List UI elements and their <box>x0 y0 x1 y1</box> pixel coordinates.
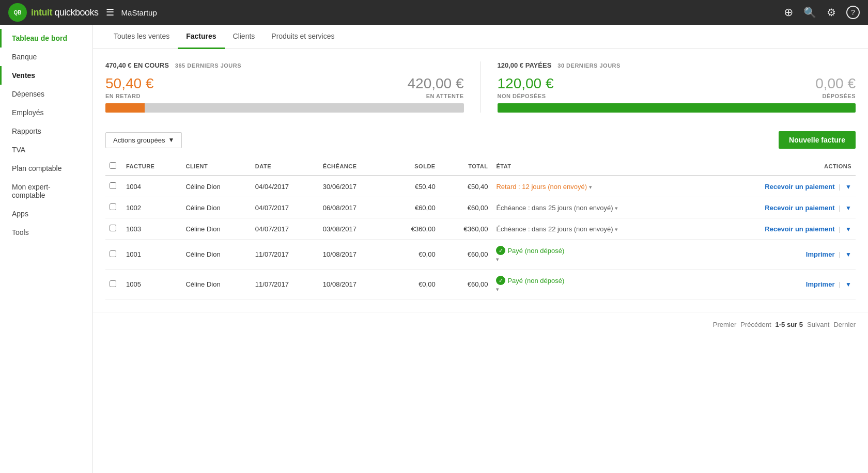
sidebar-item-employes[interactable]: Employés <box>0 103 92 122</box>
row-solde: €0,00 <box>387 240 440 270</box>
check-icon: ✓ <box>496 246 505 255</box>
status-badge-green: ✓ Payé (non déposé) <box>496 276 698 285</box>
summary-payees: 120,00 € PAYÉES 30 DERNIERS JOURS 120,00… <box>498 61 856 113</box>
th-actions: ACTIONS <box>702 157 856 176</box>
payees-total: 120,00 € PAYÉES <box>498 61 552 69</box>
tab-clients[interactable]: Clients <box>225 25 264 49</box>
logo-area: QB intuit quickbooks <box>8 3 99 22</box>
tab-produits-services[interactable]: Produits et services <box>263 25 343 49</box>
add-icon[interactable]: ⊕ <box>784 6 793 19</box>
row-facture-id[interactable]: 1004 <box>122 176 181 197</box>
row-facture-id[interactable]: 1001 <box>122 240 181 270</box>
tab-toutes-ventes[interactable]: Toutes les ventes <box>105 25 178 49</box>
row-checkbox[interactable] <box>110 250 116 257</box>
actions-groupees-button[interactable]: Actions groupées ▼ <box>105 132 182 148</box>
row-checkbox-cell <box>105 270 122 299</box>
status-badge-gray: Échéance : dans 22 jours (non envoyé) <box>496 225 613 233</box>
action-primary-link[interactable]: Recevoir un paiement <box>765 183 834 191</box>
row-actions: Recevoir un paiement | ▼ <box>702 197 856 218</box>
row-checkbox[interactable] <box>110 182 116 189</box>
summary-section: 470,40 € EN COURS 365 DERNIERS JOURS 50,… <box>93 49 868 121</box>
action-dropdown-icon[interactable]: ▼ <box>845 204 851 212</box>
action-dropdown-icon[interactable]: ▼ <box>845 226 851 233</box>
tabs-bar: Toutes les ventes Factures Clients Produ… <box>93 25 868 49</box>
sidebar-item-mon-expert-comptable[interactable]: Mon expert-comptable <box>0 178 92 204</box>
non-deposees-amount: 120,00 € <box>498 75 554 92</box>
status-dropdown-icon[interactable]: ▾ <box>615 205 618 211</box>
row-solde: €360,00 <box>387 218 440 240</box>
sidebar-item-apps[interactable]: Apps <box>0 204 92 223</box>
status-badge-orange: Retard : 12 jours (non envoyé) <box>496 183 587 191</box>
th-echeance: ÉCHÉANCE <box>319 157 387 176</box>
status-dropdown-icon[interactable]: ▾ <box>615 226 618 232</box>
pagination-dernier[interactable]: Dernier <box>833 321 856 328</box>
th-facture: FACTURE <box>122 157 181 176</box>
tab-factures[interactable]: Factures <box>178 25 224 49</box>
sidebar-item-tva[interactable]: TVA <box>0 140 92 159</box>
row-client: Céline Dion <box>181 240 251 270</box>
action-dropdown-icon[interactable]: ▼ <box>845 281 851 288</box>
sidebar-item-rapports[interactable]: Rapports <box>0 122 92 140</box>
row-etat: Retard : 12 jours (non envoyé) ▾ <box>492 176 702 197</box>
pagination-suivant[interactable]: Suivant <box>807 321 829 328</box>
status-dropdown-icon[interactable]: ▾ <box>496 256 499 262</box>
sidebar-item-banque[interactable]: Banque <box>0 48 92 66</box>
pagination: Premier Précédent 1-5 sur 5 Suivant Dern… <box>93 312 868 337</box>
hamburger-menu[interactable]: ☰ <box>106 7 114 18</box>
sidebar-item-plan-comptable[interactable]: Plan comptable <box>0 159 92 178</box>
nouvelle-facture-button[interactable]: Nouvelle facture <box>779 131 856 149</box>
help-icon[interactable]: ? <box>846 6 860 19</box>
main-layout: Tableau de bord Banque Ventes Dépenses E… <box>0 25 868 473</box>
invoices-table: FACTURE CLIENT DATE ÉCHÉANCE SOLDE TOTAL… <box>105 157 856 299</box>
search-icon[interactable]: 🔍 <box>803 6 816 19</box>
row-facture-id[interactable]: 1005 <box>122 270 181 299</box>
row-total: €50,40 <box>440 176 492 197</box>
action-primary-link[interactable]: Recevoir un paiement <box>765 204 834 212</box>
row-total: €360,00 <box>440 218 492 240</box>
row-actions: Recevoir un paiement | ▼ <box>702 176 856 197</box>
row-client: Céline Dion <box>181 176 251 197</box>
sidebar-item-tableau-de-bord[interactable]: Tableau de bord <box>0 29 92 48</box>
pagination-precedent[interactable]: Précédent <box>740 321 771 328</box>
row-checkbox-cell <box>105 218 122 240</box>
action-primary-link[interactable]: Imprimer <box>806 280 835 288</box>
select-all-checkbox[interactable] <box>110 162 116 169</box>
pagination-premier[interactable]: Premier <box>713 321 737 328</box>
row-total: €60,00 <box>440 240 492 270</box>
topnav-left: QB intuit quickbooks ☰ MaStartup <box>8 3 157 22</box>
sidebar-item-tools[interactable]: Tools <box>0 223 92 242</box>
th-checkbox <box>105 157 122 176</box>
summary-numbers-left: 50,40 € EN RETARD 420,00 € EN ATTENTE <box>105 75 464 99</box>
action-divider: | <box>839 183 840 191</box>
action-dropdown-icon[interactable]: ▼ <box>845 183 851 191</box>
row-etat: Échéance : dans 22 jours (non envoyé) ▾ <box>492 218 702 240</box>
action-divider: | <box>839 204 840 212</box>
row-checkbox[interactable] <box>110 203 116 210</box>
action-primary-link[interactable]: Imprimer <box>806 250 835 258</box>
th-solde: SOLDE <box>387 157 440 176</box>
row-solde: €0,00 <box>387 270 440 299</box>
summary-header-right: 120,00 € PAYÉES 30 DERNIERS JOURS <box>498 61 856 69</box>
status-dropdown-icon[interactable]: ▾ <box>589 184 592 190</box>
action-dropdown-icon[interactable]: ▼ <box>845 251 851 258</box>
row-checkbox[interactable] <box>110 225 116 231</box>
row-facture-id[interactable]: 1002 <box>122 197 181 218</box>
en-cours-period: 365 DERNIERS JOURS <box>175 62 241 69</box>
row-facture-id[interactable]: 1003 <box>122 218 181 240</box>
status-dropdown-icon[interactable]: ▾ <box>496 286 499 292</box>
row-checkbox-cell <box>105 176 122 197</box>
row-date: 04/07/2017 <box>251 218 319 240</box>
sidebar-item-ventes[interactable]: Ventes <box>0 66 92 85</box>
table-row: 1002 Céline Dion 04/07/2017 06/08/2017 €… <box>105 197 856 218</box>
row-echeance: 10/08/2017 <box>319 240 387 270</box>
top-navigation: QB intuit quickbooks ☰ MaStartup ⊕ 🔍 ⚙ ? <box>0 0 868 25</box>
settings-icon[interactable]: ⚙ <box>827 6 836 19</box>
summary-header-left: 470,40 € EN COURS 365 DERNIERS JOURS <box>105 61 464 69</box>
sidebar-item-depenses[interactable]: Dépenses <box>0 85 92 103</box>
action-primary-link[interactable]: Recevoir un paiement <box>765 225 834 233</box>
row-checkbox[interactable] <box>110 280 116 287</box>
th-total: TOTAL <box>440 157 492 176</box>
th-client: CLIENT <box>181 157 251 176</box>
table-row: 1004 Céline Dion 04/04/2017 30/06/2017 €… <box>105 176 856 197</box>
action-divider: | <box>839 250 840 258</box>
